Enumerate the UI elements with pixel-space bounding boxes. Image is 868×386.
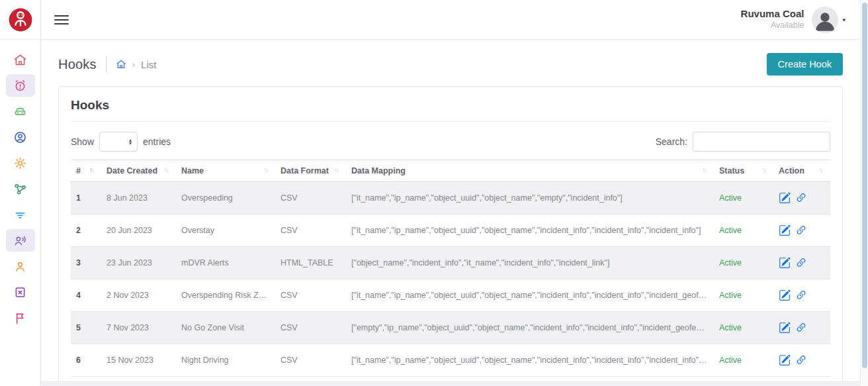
table-row: 42 Nov 2023Overspending Risk ZoneCSV["it… [71, 279, 830, 312]
header-date-created[interactable]: Date Created↑↓ [101, 160, 176, 182]
row-number: 4 [71, 279, 101, 312]
edit-icon[interactable] [779, 257, 791, 269]
table-controls: Show ▴▾ entries Search: [71, 122, 830, 160]
date-created-cell: 23 Jun 2023 [101, 247, 176, 279]
sidebar-item-alerts[interactable] [6, 74, 35, 97]
table-row: 615 Nov 2023Night DrivingCSV["it_name","… [71, 344, 830, 377]
edit-icon[interactable] [779, 224, 791, 236]
action-cell [773, 247, 830, 279]
link-icon[interactable] [795, 192, 807, 204]
sidebar-item-users[interactable] [6, 255, 35, 277]
sidebar-item-settings[interactable] [6, 152, 35, 174]
data-format-cell: CSV [275, 312, 346, 344]
link-icon[interactable] [795, 224, 807, 236]
sidebar-item-filters[interactable] [6, 203, 35, 226]
table-footer: Showing 1 to 6 of 6 entries First Previo… [71, 377, 830, 381]
user-name: Ruvuma Coal [741, 8, 804, 21]
header-name[interactable]: Name↑↓ [176, 160, 275, 182]
hook-name-cell: Night Driving [176, 344, 275, 377]
action-cell [773, 344, 830, 377]
page-content: Hooks › List Create Hook Hooks Show ▴▾ e… [41, 40, 860, 381]
table-row: 323 Jun 2023mDVR AlertsHTML_TABLE["objec… [71, 247, 830, 279]
hook-name-cell: Overspeeding [176, 182, 275, 215]
page-length-select[interactable]: ▴▾ [99, 132, 138, 152]
sidebar-item-vehicles[interactable] [6, 100, 35, 122]
row-number: 2 [71, 215, 101, 247]
status-badge: Active [714, 247, 773, 279]
header-data-mapping[interactable]: Data Mapping↑↓ [346, 160, 714, 182]
hooks-table-body: 18 Jun 2023OverspeedingCSV["it_name","ip… [71, 182, 830, 377]
menu-toggle-button[interactable] [54, 15, 69, 24]
breadcrumb-divider [106, 56, 107, 73]
data-mapping-cell: ["it_name","ip_name","object_uuid","obje… [346, 344, 714, 377]
header-action[interactable]: Action↑↓ [773, 160, 830, 182]
sidebar-item-drivers[interactable] [6, 126, 35, 148]
header-data-format[interactable]: Data Format↑↓ [275, 160, 346, 182]
driver-profile-icon [13, 130, 27, 144]
alarm-alert-icon [13, 79, 27, 93]
date-created-cell: 2 Nov 2023 [101, 279, 176, 312]
data-mapping-cell: ["it_name","ip_name","object_uuid","obje… [346, 279, 714, 312]
data-format-cell: HTML_TABLE [275, 247, 346, 279]
breadcrumb-home-link[interactable] [116, 59, 126, 70]
user-broadcast-icon [13, 234, 27, 248]
card-title: Hooks [71, 87, 830, 122]
table-row: 18 Jun 2023OverspeedingCSV["it_name","ip… [71, 182, 830, 215]
app-window: Ruvuma Coal Available ▾ Hooks › List Cre… [0, 0, 860, 386]
link-icon[interactable] [795, 322, 807, 334]
avatar-icon [812, 7, 838, 33]
scrollbar-thumb[interactable] [862, 3, 867, 368]
user-icon [13, 260, 27, 273]
data-mapping-cell: ["it_name","ip_name","object_uuid","obje… [346, 182, 714, 215]
status-badge: Active [714, 279, 773, 312]
status-badge: Active [714, 215, 773, 247]
link-icon[interactable] [795, 354, 807, 366]
brand-logo[interactable] [0, 0, 40, 40]
vertical-scrollbar[interactable] [860, 0, 868, 386]
table-header-row: #↑↓ Date Created↑↓ Name↑↓ Data Format↑↓ … [71, 160, 830, 182]
user-info: Ruvuma Coal Available [741, 8, 804, 30]
table-row: 57 Nov 2023No Go Zone VisitCSV["empty","… [71, 312, 830, 344]
row-number: 3 [71, 247, 101, 279]
row-number: 6 [71, 344, 101, 377]
edit-icon[interactable] [779, 354, 791, 366]
action-cell [773, 215, 830, 247]
sidebar-item-home[interactable] [6, 48, 35, 71]
data-format-cell: CSV [275, 215, 346, 247]
search-label: Search: [656, 136, 687, 147]
entries-label: entries [143, 136, 171, 147]
link-icon[interactable] [795, 257, 807, 269]
hooks-card: Hooks Show ▴▾ entries Search: [58, 86, 843, 381]
avatar[interactable] [812, 7, 838, 33]
header-status[interactable]: Status↑↓ [714, 160, 773, 182]
search-control: Search: [656, 132, 830, 152]
home-icon [13, 53, 27, 67]
sidebar-item-flags[interactable] [6, 307, 35, 329]
horizontal-scrollbar[interactable] [41, 381, 860, 386]
link-icon[interactable] [795, 289, 807, 301]
brand-logo-icon [8, 7, 33, 32]
status-badge: Active [714, 182, 773, 215]
sidebar-item-subscribers[interactable] [6, 229, 35, 252]
header-number[interactable]: #↑↓ [71, 160, 101, 182]
data-mapping-cell: ["it_name","ip_name","object_uuid","obje… [346, 215, 714, 247]
date-created-cell: 8 Jun 2023 [101, 182, 176, 215]
search-input[interactable] [693, 132, 830, 152]
action-cell [773, 182, 830, 215]
user-menu-caret-icon[interactable]: ▾ [842, 17, 846, 23]
vehicle-icon [13, 105, 27, 119]
hook-name-cell: Overspending Risk Zone [176, 279, 275, 312]
sidebar-item-reports[interactable] [6, 281, 35, 303]
hook-name-cell: No Go Zone Visit [176, 312, 275, 344]
create-hook-button[interactable]: Create Hook [767, 53, 843, 75]
hook-name-cell: mDVR Alerts [176, 247, 275, 279]
topbar: Ruvuma Coal Available ▾ [41, 0, 860, 40]
edit-icon[interactable] [779, 192, 791, 204]
breadcrumb-current: List [141, 59, 156, 70]
hook-name-cell: Overstay [176, 215, 275, 247]
edit-icon[interactable] [779, 289, 791, 301]
data-format-cell: CSV [275, 279, 346, 312]
sidebar-item-integrations[interactable] [6, 177, 35, 200]
edit-icon[interactable] [779, 322, 791, 334]
page-header: Hooks › List Create Hook [58, 53, 843, 75]
